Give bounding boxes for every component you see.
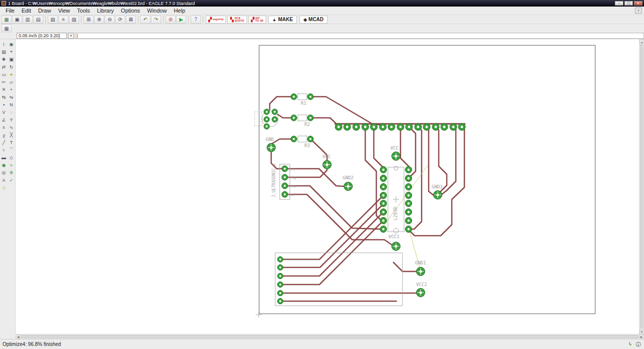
scroll-left-icon[interactable]: ◀ [16, 334, 21, 339]
vertical-scrollbar[interactable]: ▲ ▼ [639, 39, 644, 334]
rotate-tool[interactable]: ↻ [8, 63, 15, 71]
open-board-icon[interactable]: ▦ [2, 16, 12, 24]
copper-trace[interactable] [310, 97, 383, 126]
split-tool[interactable]: Y [8, 116, 15, 123]
ripup-tool[interactable]: ╳ [8, 131, 15, 138]
maximize-button[interactable]: ▢ [624, 1, 633, 6]
layer-settings-icon[interactable]: ≡ [58, 16, 68, 24]
via-tool[interactable]: ◉ [0, 161, 8, 169]
move-tool[interactable]: ✚ [0, 55, 8, 63]
scroll-down-icon[interactable]: ▼ [639, 329, 644, 334]
command-input[interactable]: | [75, 33, 644, 39]
ratsnest-tool[interactable]: ※ [8, 169, 15, 176]
copper-trace[interactable] [400, 127, 409, 170]
drc-tool[interactable]: ✓ [8, 176, 15, 184]
scroll-up-icon[interactable]: ▲ [639, 39, 644, 44]
signal-tool[interactable]: ≈ [8, 161, 15, 169]
pcb-quote-button[interactable]: ▚PCBQUOTE [227, 16, 247, 24]
display-tool[interactable]: ▤ [0, 48, 8, 55]
menu-window[interactable]: Window [143, 7, 170, 14]
add-tool[interactable]: + [8, 86, 15, 93]
copper-trace[interactable] [442, 127, 456, 194]
smash-tool[interactable]: ◌ [8, 108, 15, 116]
menu-draw[interactable]: Draw [35, 7, 55, 14]
replace-tool[interactable]: ⇋ [8, 93, 15, 101]
circle-tool[interactable]: ○ [0, 146, 8, 154]
text-tool[interactable]: T [8, 138, 15, 146]
paste-tool[interactable]: ▱ [8, 78, 15, 86]
stop-icon[interactable]: ⊘ [166, 16, 176, 24]
spare-tool[interactable] [8, 184, 15, 191]
info-status-icon[interactable]: ⓘ [635, 341, 641, 347]
auto-router-tool[interactable]: A [0, 176, 8, 184]
minimize-button[interactable]: ─ [615, 1, 623, 6]
hole-tool[interactable]: ◎ [0, 169, 8, 176]
vertical-scroll-thumb[interactable] [640, 45, 643, 328]
undo-icon[interactable]: ↶ [140, 16, 150, 24]
group-tool[interactable]: ▭ [0, 71, 8, 78]
value-tool[interactable]: V [0, 108, 8, 116]
cam-processor-icon[interactable]: ▤ [33, 16, 43, 24]
change-tool[interactable]: ● [8, 71, 15, 78]
copper-trace[interactable] [270, 97, 294, 110]
menu-view[interactable]: View [54, 7, 73, 14]
delete-tool[interactable]: ✕ [0, 86, 8, 93]
mcad-button[interactable]: ◆MCAD [299, 16, 328, 24]
scroll-right-icon[interactable]: ▶ [639, 334, 644, 339]
close-button[interactable]: ✕ [634, 1, 642, 6]
menu-options[interactable]: Options [117, 7, 143, 14]
copper-trace[interactable] [281, 212, 383, 276]
ratsnest-status-icon[interactable]: ϟ [627, 341, 633, 347]
lock-tool[interactable]: ▪ [0, 101, 8, 108]
help-icon[interactable]: ? [191, 16, 201, 24]
menu-help[interactable]: Help [170, 7, 189, 14]
mirror-tool[interactable]: ⇄ [0, 63, 8, 71]
image-export-icon[interactable]: ▨ [69, 16, 79, 24]
zoom-select-icon[interactable]: ⊠ [126, 16, 136, 24]
zoom-in-icon[interactable]: ⊕ [94, 16, 104, 24]
name-tool[interactable]: N [8, 101, 15, 108]
menu-library[interactable]: Library [94, 7, 118, 14]
wire-tool[interactable]: ╱ [0, 138, 8, 146]
menu-file[interactable]: File [2, 7, 18, 14]
copper-trace[interactable] [374, 127, 383, 170]
mark-tool[interactable]: ⌖ [8, 48, 15, 55]
horizontal-scroll-thumb[interactable] [21, 335, 638, 338]
zoom-redraw-icon[interactable]: ⟳ [115, 16, 125, 24]
grid-settings-button[interactable]: ▦ [2, 24, 12, 32]
mdi-window-button[interactable]: ▪ [635, 8, 642, 14]
info-tool[interactable]: i [0, 40, 8, 48]
route-tool[interactable]: ╔ [0, 131, 8, 138]
arc-tool[interactable]: ⌒ [8, 146, 15, 154]
meander-tool[interactable]: ∿ [8, 123, 15, 131]
board-svg[interactable]: R1R2R3GNDVCCGND2GND3VCCVCC1GND1VCC2L293D… [16, 39, 639, 334]
menu-edit[interactable]: Edit [18, 7, 35, 14]
pinswap-tool[interactable]: ⇆ [0, 93, 8, 101]
miter-tool[interactable]: ∠ [0, 116, 8, 123]
copy-tool[interactable]: ▣ [8, 55, 15, 63]
copper-trace[interactable] [310, 139, 327, 164]
errors-tool[interactable]: ⚠ [0, 184, 8, 191]
redo-icon[interactable]: ↷ [151, 16, 161, 24]
make-button[interactable]: ▲MAKE [268, 16, 297, 24]
optimize-tool[interactable]: ≡ [0, 123, 8, 131]
zoom-out-icon[interactable]: ⊖ [105, 16, 115, 24]
show-tool[interactable]: ◉ [8, 40, 15, 48]
polygon-tool[interactable]: ◇ [8, 154, 15, 161]
idf-to-3d-button[interactable]: ▞IDFTO 3D [249, 16, 266, 24]
menu-tools[interactable]: Tools [73, 7, 94, 14]
rect-tool[interactable]: ▬ [0, 154, 8, 161]
horizontal-scrollbar[interactable]: ◀ ▶ [16, 334, 644, 339]
copper-trace[interactable] [436, 127, 447, 193]
copper-trace[interactable] [310, 118, 339, 126]
grid-icon[interactable]: ▧ [48, 16, 58, 24]
pad-hole [279, 292, 281, 294]
eagleup-button[interactable]: ▞eagleUp [206, 16, 226, 24]
coord-dropdown-icon[interactable]: ▾ [68, 33, 74, 39]
go-icon[interactable]: ▶ [176, 16, 186, 24]
board-canvas[interactable]: R1R2R3GNDVCCGND2GND3VCCVCC1GND1VCC2L293D… [16, 39, 639, 334]
cut-tool[interactable]: ✂ [0, 78, 8, 86]
zoom-fit-icon[interactable]: ⊞ [84, 16, 94, 24]
save-icon[interactable]: ▣ [12, 16, 22, 24]
print-icon[interactable]: ▥ [23, 16, 33, 24]
